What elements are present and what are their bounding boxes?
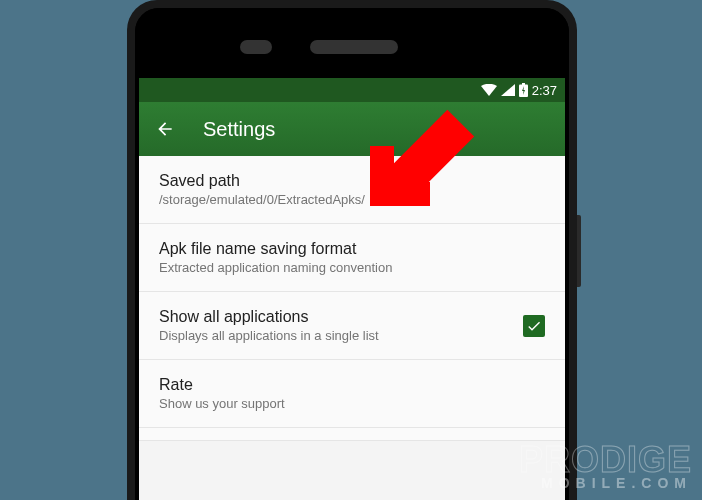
setting-saved-path[interactable]: Saved path /storage/emulated/0/Extracted… [139, 156, 565, 224]
status-bar: 2:37 [139, 78, 565, 102]
settings-list: Saved path /storage/emulated/0/Extracted… [139, 156, 565, 441]
page-title: Settings [203, 118, 275, 141]
setting-show-all-apps[interactable]: Show all applications Displays all appli… [139, 292, 565, 360]
setting-subtitle: /storage/emulated/0/ExtractedApks/ [159, 192, 545, 207]
setting-rate[interactable]: Rate Show us your support [139, 360, 565, 428]
setting-subtitle: Show us your support [159, 396, 545, 411]
setting-subtitle: Displays all applications in a single li… [159, 328, 511, 343]
speaker-grille [310, 40, 398, 54]
back-arrow-icon[interactable] [155, 119, 175, 139]
setting-title: Apk file name saving format [159, 240, 545, 258]
status-time: 2:37 [532, 83, 557, 98]
setting-apk-name-format[interactable]: Apk file name saving format Extracted ap… [139, 224, 565, 292]
wifi-icon [481, 84, 497, 96]
phone-frame: 2:37 Settings Saved path /storage/emulat… [127, 0, 577, 500]
phone-screen: 2:37 Settings Saved path /storage/emulat… [139, 78, 565, 500]
watermark: PRODIGE MOBILE.COM [519, 442, 692, 490]
phone-inner: 2:37 Settings Saved path /storage/emulat… [135, 8, 569, 500]
watermark-line2: MOBILE.COM [519, 476, 692, 490]
camera-dot [240, 40, 272, 54]
setting-title: Show all applications [159, 308, 511, 326]
setting-item-partial[interactable] [139, 428, 565, 441]
setting-title: Saved path [159, 172, 545, 190]
setting-title: Rate [159, 376, 545, 394]
phone-hardware-top [135, 8, 569, 78]
watermark-line1: PRODIGE [519, 442, 692, 478]
app-bar: Settings [139, 102, 565, 156]
cell-signal-icon [501, 84, 515, 96]
battery-icon [519, 83, 528, 97]
svg-rect-1 [522, 83, 525, 85]
setting-subtitle: Extracted application naming convention [159, 260, 545, 275]
checkbox-checked-icon[interactable] [523, 315, 545, 337]
phone-side-button [577, 215, 581, 287]
